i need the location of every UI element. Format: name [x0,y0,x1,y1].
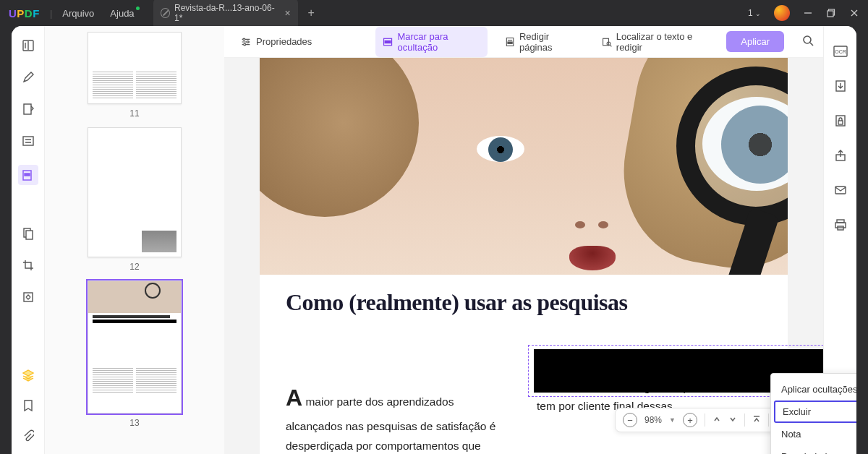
ctx-properties[interactable]: Propriedades... [771,445,856,454]
menu-file[interactable]: Arquivo [62,8,94,19]
app-frame: 11 12 13 [12,26,856,454]
mark-redaction-button[interactable]: Marcar para ocultação [375,27,487,57]
edit-tool-icon[interactable] [20,101,36,117]
print-icon[interactable] [833,217,848,233]
redact-toolbar: Propriedades Marcar para ocultação Redig… [224,26,823,58]
compress-tool-icon[interactable] [20,289,36,305]
prev-page-button[interactable] [712,415,721,426]
maximize-icon[interactable] [826,8,836,18]
svg-rect-40 [835,223,846,228]
search-icon[interactable] [801,34,814,49]
protect-icon[interactable] [833,113,848,129]
thumb-label: 12 [129,262,139,272]
svg-rect-22 [385,40,391,43]
document-tab[interactable]: Revista-da-R...13-ano-06-1* × [153,0,298,27]
thumb-label: 11 [129,108,139,119]
svg-point-29 [804,36,811,43]
redact-pages-button[interactable]: Redigir páginas [498,27,584,57]
zoom-value[interactable]: 98% [644,415,662,425]
thumbnail-page-11[interactable] [88,32,182,104]
close-icon[interactable] [849,8,859,18]
sliders-icon [240,36,252,48]
left-tool-rail [12,26,45,454]
properties-button[interactable]: Propriedades [233,32,319,52]
crop-tool-icon[interactable] [20,257,36,273]
share-icon[interactable] [833,147,848,163]
app-logo: UPDF [9,7,40,20]
tab-close-icon[interactable]: × [284,7,290,19]
bookmark-icon[interactable] [20,398,36,414]
search-redact-icon [602,36,612,48]
email-icon[interactable] [833,182,848,198]
thumbnail-page-13[interactable] [88,280,182,414]
svg-line-28 [610,44,611,46]
svg-rect-11 [25,174,30,176]
svg-rect-25 [508,42,512,43]
zoom-toolbar: − 98% ▼ + × [615,408,791,432]
find-redact-button[interactable]: Localizar o texto e redigir [595,27,717,57]
svg-rect-38 [835,187,846,194]
avatar[interactable] [774,5,790,21]
thumb-label: 13 [129,418,139,428]
zoom-out-button[interactable]: − [623,413,637,427]
attachment-icon[interactable] [20,428,36,444]
ocr-icon[interactable]: OCR [833,43,848,59]
menu-help[interactable]: Ajuda [110,8,134,19]
next-page-button[interactable] [728,415,737,426]
jump-top-button[interactable] [752,415,761,426]
svg-rect-36 [838,121,843,124]
ctx-delete[interactable]: ExcluirDel [774,401,856,423]
tab-doc-icon [161,8,170,18]
layers-icon[interactable] [20,367,36,383]
svg-point-18 [243,38,245,40]
ctx-apply-redactions[interactable]: Aplicar ocultações [771,378,856,401]
svg-text:OCR: OCR [835,49,846,54]
context-menu: Aplicar ocultações ExcluirDel Nota Propr… [770,373,856,454]
convert-icon[interactable] [833,78,848,94]
article-col1: A maior parte dos aprendizados alcançado… [286,378,511,454]
new-tab-button[interactable]: + [308,7,315,20]
redact-tool-icon[interactable] [18,165,38,185]
svg-rect-7 [23,137,33,145]
zoom-dropdown-icon[interactable]: ▼ [669,416,676,424]
tab-title: Revista-da-R...13-ano-06-1* [174,3,277,23]
apply-button[interactable]: Aplicar [726,31,784,52]
titlebar: UPDF | Arquivo Ajuda Revista-da-R...13-a… [0,0,868,26]
mark-redact-icon [383,36,393,48]
redact-page-icon [505,36,515,48]
svg-rect-6 [24,104,31,114]
minimize-icon[interactable] [803,8,813,18]
comment-tool-icon[interactable] [20,69,36,85]
user-count[interactable]: 1 ⌄ [748,8,761,18]
svg-point-20 [244,43,246,46]
svg-rect-14 [24,293,33,301]
svg-rect-2 [827,11,833,17]
article-title: Como (realmente) usar as pesquisas [286,289,762,316]
zoom-in-button[interactable]: + [683,413,697,427]
content-area: Propriedades Marcar para ocultação Redig… [224,26,823,454]
svg-rect-13 [26,231,33,239]
svg-line-30 [810,43,813,46]
svg-point-19 [247,40,249,43]
organize-pages-icon[interactable] [20,226,36,241]
reader-mode-icon[interactable] [20,38,36,53]
hero-image [260,58,788,275]
thumbnail-panel[interactable]: 11 12 13 [45,26,224,454]
thumbnail-page-12[interactable] [88,127,182,257]
ctx-note[interactable]: Nota [771,423,856,445]
form-tool-icon[interactable] [20,133,36,149]
